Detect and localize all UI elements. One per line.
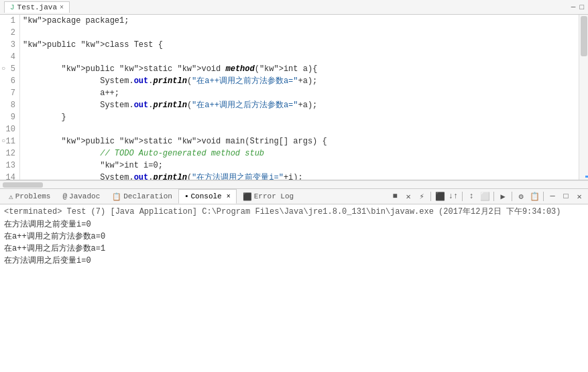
console-output: <terminated> Test (7) [Java Application]… bbox=[0, 204, 588, 372]
javadoc-tab-label: Javadoc bbox=[69, 192, 100, 200]
code-line: "kw">package package1; bbox=[23, 15, 576, 27]
line-number: 8 bbox=[4, 99, 15, 111]
code-line: "kw">public "kw">static "kw">void main(S… bbox=[23, 135, 576, 147]
javadoc-tab-icon: @ bbox=[62, 192, 67, 200]
close-tab-icon[interactable]: × bbox=[60, 4, 64, 11]
line-number: 4 bbox=[4, 51, 15, 63]
errorlog-tab-label: Error Log bbox=[254, 192, 294, 200]
code-line: "kw">public "kw">static "kw">void method… bbox=[23, 63, 576, 75]
toolbar-separator bbox=[543, 192, 544, 201]
toolbar-separator bbox=[512, 192, 512, 201]
line-number: 1 bbox=[4, 15, 15, 27]
console-line: 在方法调用之前变量i=0 bbox=[4, 219, 584, 231]
terminate-button[interactable]: ✕ bbox=[402, 190, 414, 202]
line-number: 11 bbox=[4, 135, 15, 147]
code-line: // TODO Auto-generated method stub bbox=[23, 147, 576, 160]
editor-tab[interactable]: J Test.java × bbox=[4, 1, 70, 13]
toolbar-separator bbox=[493, 192, 494, 201]
line-number: 13 bbox=[4, 160, 15, 172]
scroll-annotation bbox=[585, 176, 588, 178]
console-line: 在方法调用之后变量i=0 bbox=[4, 255, 584, 267]
minimize-button[interactable]: ─ bbox=[571, 3, 576, 11]
min-button[interactable]: ─ bbox=[546, 190, 558, 202]
code-line: a++; bbox=[23, 87, 576, 99]
code-line: "kw">public "kw">class Test { bbox=[23, 39, 576, 51]
code-line bbox=[23, 27, 576, 39]
bottom-tab-console[interactable]: ▪Console× bbox=[178, 189, 237, 204]
open-file-button[interactable]: ▶ bbox=[497, 190, 509, 202]
console-tab-icon: ▪ bbox=[184, 192, 189, 200]
relaunch-button[interactable]: ⚡ bbox=[416, 190, 428, 202]
bottom-tab-javadoc[interactable]: @Javadoc bbox=[56, 189, 106, 204]
toolbar-separator bbox=[462, 192, 463, 201]
title-bar: J Test.java × ─ □ bbox=[0, 0, 588, 15]
maximize-button[interactable]: □ bbox=[579, 3, 584, 11]
bottom-tabs: ⚠Problems@Javadoc📋Declaration▪Console×⬛E… bbox=[0, 188, 588, 204]
bottom-tab-errorlog[interactable]: ⬛Error Log bbox=[237, 189, 300, 204]
code-line: System.out.println("在a++调用之前方法参数a="+a); bbox=[23, 75, 576, 87]
pin-button[interactable]: ⬜ bbox=[479, 190, 491, 202]
line-number: 5 bbox=[4, 63, 15, 75]
console-tab-label: Console bbox=[191, 192, 222, 200]
code-line: "kw">int i=0; bbox=[23, 160, 576, 172]
code-line: System.out.println("在方法调用之前变量i="+i); bbox=[23, 172, 576, 180]
code-line: } bbox=[23, 111, 576, 123]
file-icon: J bbox=[10, 3, 15, 11]
errorlog-tab-icon: ⬛ bbox=[243, 192, 252, 201]
line-number: 12 bbox=[4, 147, 15, 160]
line-number: 7 bbox=[4, 87, 15, 99]
console-toolbar: ■✕⚡⬛↓↑↕⬜▶⚙📋─□✕ bbox=[389, 190, 585, 202]
copy-button[interactable]: 📋 bbox=[528, 190, 540, 202]
scroll-lock-button[interactable]: ↓↑ bbox=[447, 190, 459, 202]
toolbar-separator bbox=[430, 192, 431, 201]
line-number: 10 bbox=[4, 123, 15, 135]
close-button[interactable]: ✕ bbox=[573, 190, 585, 202]
problems-tab-icon: ⚠ bbox=[9, 192, 13, 201]
bottom-tab-problems[interactable]: ⚠Problems bbox=[3, 189, 56, 204]
window-controls: ─ □ bbox=[571, 3, 584, 11]
console-line: 在a++调用之后方法参数a=1 bbox=[4, 243, 584, 255]
console-output-lines: 在方法调用之前变量i=0在a++调用之前方法参数a=0在a++调用之后方法参数a… bbox=[4, 219, 584, 267]
line-number: 2 bbox=[4, 27, 15, 39]
line-number: 6 bbox=[4, 75, 15, 87]
declaration-tab-label: Declaration bbox=[123, 192, 172, 200]
vertical-scrollbar[interactable] bbox=[579, 15, 588, 180]
tab-filename: Test.java bbox=[17, 3, 57, 11]
title-tabs: J Test.java × bbox=[4, 1, 70, 13]
h-scroll-thumb[interactable] bbox=[3, 182, 43, 188]
clear-button[interactable]: ⬛ bbox=[434, 190, 446, 202]
stop-button[interactable]: ■ bbox=[389, 190, 401, 202]
problems-tab-label: Problems bbox=[15, 192, 51, 200]
view-menu-button[interactable]: ⚙ bbox=[515, 190, 527, 202]
line-number: 3 bbox=[4, 39, 15, 51]
console-line: 在a++调用之前方法参数a=0 bbox=[4, 231, 584, 243]
max-button[interactable]: □ bbox=[560, 190, 572, 202]
editor-area: 1234567891011121314151617181920 "kw">pac… bbox=[0, 15, 588, 180]
bottom-tab-declaration[interactable]: 📋Declaration bbox=[106, 189, 178, 204]
code-area[interactable]: "kw">package package1;"kw">public "kw">c… bbox=[20, 15, 579, 180]
horizontal-scrollbar[interactable] bbox=[0, 180, 588, 188]
code-lines: "kw">package package1;"kw">public "kw">c… bbox=[20, 15, 579, 180]
declaration-tab-icon: 📋 bbox=[112, 192, 121, 201]
console-tab-close[interactable]: × bbox=[227, 193, 231, 200]
code-line: System.out.println("在a++调用之后方法参数a="+a); bbox=[23, 99, 576, 111]
line-number: 9 bbox=[4, 111, 15, 123]
code-line bbox=[23, 123, 576, 135]
line-number: 14 bbox=[4, 172, 15, 180]
code-line bbox=[23, 51, 576, 63]
word-wrap-button[interactable]: ↕ bbox=[465, 190, 477, 202]
console-terminated-line: <terminated> Test (7) [Java Application]… bbox=[4, 206, 584, 217]
scroll-thumb[interactable] bbox=[581, 16, 587, 56]
line-numbers: 1234567891011121314151617181920 bbox=[0, 15, 20, 180]
